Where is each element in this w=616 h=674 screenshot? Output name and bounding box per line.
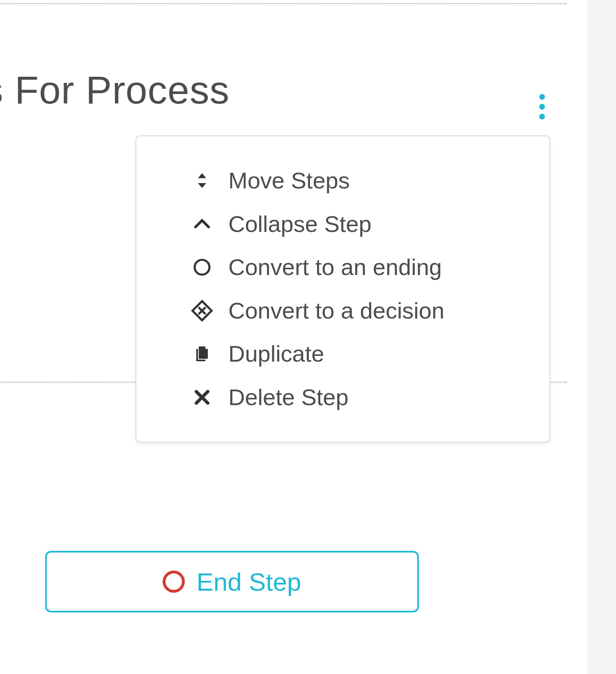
diamond-x-icon — [190, 299, 214, 322]
copy-icon — [190, 344, 214, 364]
menu-item-duplicate[interactable]: Duplicate — [140, 332, 545, 376]
menu-item-label: Convert to an ending — [228, 254, 442, 280]
menu-item-label: Move Steps — [228, 168, 350, 193]
chevron-up-icon — [190, 214, 214, 234]
menu-item-move-steps[interactable]: Move Steps — [140, 159, 545, 202]
svg-point-0 — [195, 260, 209, 275]
sort-icon — [190, 171, 214, 190]
kebab-icon — [539, 94, 545, 119]
menu-item-convert-decision[interactable]: Convert to a decision — [140, 289, 545, 332]
x-icon — [190, 387, 214, 407]
menu-item-delete-step[interactable]: Delete Step — [140, 376, 545, 419]
menu-item-label: Convert to a decision — [228, 298, 444, 323]
end-step-label: End Step — [196, 567, 301, 596]
step-card-title: s For Process — [0, 68, 230, 112]
end-step-button[interactable]: End Step — [45, 551, 419, 612]
menu-item-convert-ending[interactable]: Convert to an ending — [140, 245, 545, 289]
editor-canvas: s For Process Move Steps Collapse Step — [0, 0, 587, 674]
step-options-menu: Move Steps Collapse Step Convert to an e… — [136, 135, 550, 442]
menu-item-label: Collapse Step — [228, 211, 372, 237]
circle-outline-icon — [190, 257, 214, 277]
menu-item-label: Duplicate — [228, 341, 324, 367]
menu-item-label: Delete Step — [228, 385, 349, 410]
step-options-button[interactable] — [530, 90, 554, 123]
end-icon — [163, 571, 185, 593]
menu-item-collapse-step[interactable]: Collapse Step — [140, 202, 545, 246]
